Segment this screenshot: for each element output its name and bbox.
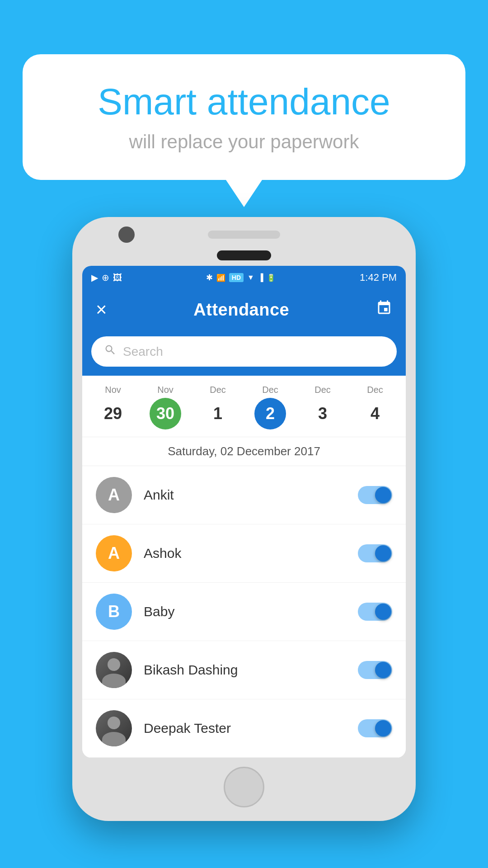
app-bar-title: Attendance — [193, 300, 289, 320]
phone-speaker — [208, 231, 280, 239]
status-time: 1:42 PM — [360, 272, 397, 283]
signal-bars: ▐ — [258, 274, 263, 282]
speech-bubble-subtitle: will replace your paperwork — [54, 131, 434, 153]
avatar-bikashdashing — [96, 652, 132, 688]
day-month: Nov — [105, 385, 121, 395]
avatar-ankit: A — [96, 477, 132, 513]
search-bar-container: Search — [82, 330, 406, 376]
attendance-item-4: Deepak Tester — [82, 699, 406, 758]
calendar-day-4[interactable]: Dec3 — [302, 385, 343, 429]
speech-bubble-tail — [226, 180, 262, 207]
attendance-item-1: AAshok — [82, 524, 406, 583]
person-name-1: Ashok — [144, 546, 358, 561]
close-button[interactable]: × — [96, 299, 107, 321]
signal-icon: 📶 — [216, 274, 225, 282]
speech-bubble: Smart attendance will replace your paper… — [23, 54, 465, 180]
image-icon: 🖼 — [113, 273, 122, 283]
person-name-4: Deepak Tester — [144, 721, 358, 736]
day-number: 4 — [359, 398, 391, 429]
calendar-day-1[interactable]: Nov30 — [145, 385, 186, 429]
sync-icon: ⊕ — [102, 272, 109, 283]
phone-bottom — [82, 767, 406, 807]
attendance-item-2: BBaby — [82, 583, 406, 641]
day-number: 2 — [254, 398, 286, 429]
day-number: 3 — [307, 398, 338, 429]
person-name-2: Baby — [144, 604, 358, 619]
person-name-3: Bikash Dashing — [144, 662, 358, 678]
person-name-0: Ankit — [144, 487, 358, 503]
phone-top — [82, 231, 406, 239]
phone: ▶ ⊕ 🖼 ✱ 📶 HD ▼ ▐ 🔋 1:42 PM × — [72, 217, 416, 821]
attendance-list: AAnkitAAshokBBabyBikash DashingDeepak Te… — [82, 466, 406, 758]
status-bar: ▶ ⊕ 🖼 ✱ 📶 HD ▼ ▐ 🔋 1:42 PM — [82, 266, 406, 289]
day-month: Dec — [314, 385, 331, 395]
attendance-toggle-4[interactable] — [358, 719, 392, 737]
attendance-toggle-1[interactable] — [358, 544, 392, 562]
calendar-day-5[interactable]: Dec4 — [355, 385, 395, 429]
home-button[interactable] — [224, 767, 264, 807]
speech-bubble-title: Smart attendance — [54, 81, 434, 122]
search-placeholder: Search — [123, 344, 163, 359]
phone-camera — [118, 226, 135, 243]
attendance-toggle-3[interactable] — [358, 661, 392, 679]
calendar-day-0[interactable]: Nov29 — [93, 385, 133, 429]
phone-earpiece — [217, 250, 271, 260]
avatar-deepaktester — [96, 710, 132, 746]
day-month: Dec — [262, 385, 278, 395]
attendance-toggle-0[interactable] — [358, 486, 392, 504]
attendance-item-3: Bikash Dashing — [82, 641, 406, 699]
calendar-icon[interactable] — [376, 300, 392, 320]
status-icons: ▶ ⊕ 🖼 — [91, 272, 122, 283]
day-month: Dec — [210, 385, 226, 395]
search-icon — [104, 344, 117, 359]
calendar-day-2[interactable]: Dec1 — [197, 385, 238, 429]
day-number: 29 — [97, 398, 129, 429]
app-bar: × Attendance — [82, 289, 406, 330]
hd-badge: HD — [229, 273, 244, 282]
bluetooth-icon: ✱ — [206, 273, 213, 283]
day-number: 1 — [202, 398, 234, 429]
avatar-baby: B — [96, 594, 132, 630]
battery-icon: 🔋 — [267, 274, 276, 282]
calendar-strip: Nov29Nov30Dec1Dec2Dec3Dec4 — [82, 376, 406, 437]
screen: ▶ ⊕ 🖼 ✱ 📶 HD ▼ ▐ 🔋 1:42 PM × — [82, 266, 406, 758]
day-month: Dec — [367, 385, 383, 395]
selected-date-label: Saturday, 02 December 2017 — [82, 437, 406, 466]
calendar-day-3[interactable]: Dec2 — [250, 385, 291, 429]
attendance-toggle-2[interactable] — [358, 603, 392, 621]
avatar-ashok: A — [96, 535, 132, 571]
wifi-icon: ▼ — [247, 274, 254, 282]
play-icon: ▶ — [91, 272, 98, 283]
phone-wrapper: ▶ ⊕ 🖼 ✱ 📶 HD ▼ ▐ 🔋 1:42 PM × — [72, 217, 416, 821]
day-month: Nov — [157, 385, 174, 395]
search-bar[interactable]: Search — [91, 336, 397, 367]
day-number: 30 — [150, 398, 181, 429]
speech-bubble-container: Smart attendance will replace your paper… — [23, 54, 465, 207]
attendance-item-0: AAnkit — [82, 466, 406, 524]
